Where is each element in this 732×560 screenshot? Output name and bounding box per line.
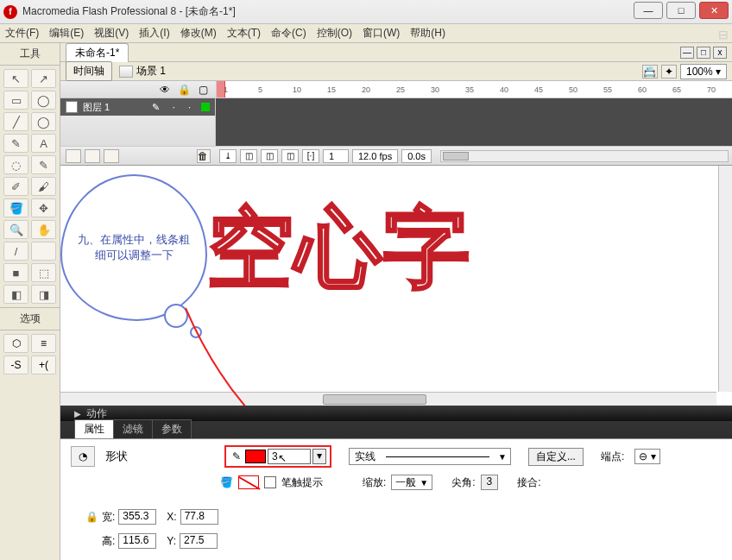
option-2[interactable]: -S — [3, 356, 28, 374]
menu-t[interactable]: 文本(T) — [227, 26, 261, 41]
height-field[interactable]: 115.6 — [118, 533, 156, 549]
stroke-width-dropdown[interactable]: ▾ — [312, 449, 326, 464]
tool-6[interactable]: ✎ — [3, 134, 28, 153]
ruler-tick: 55 — [603, 85, 612, 94]
scale-dropdown[interactable]: 一般▼ — [391, 475, 432, 490]
outline-icon[interactable]: ▢ — [197, 84, 209, 96]
menu-w[interactable]: 窗口(W) — [363, 26, 400, 41]
menu-c[interactable]: 命令(C) — [271, 26, 306, 41]
close-button[interactable]: ✕ — [699, 2, 729, 19]
tool-0[interactable]: ↖ — [3, 69, 28, 88]
tab-properties[interactable]: 属性 — [74, 419, 114, 438]
scene-label[interactable]: 场景 1 — [136, 64, 166, 79]
tool-3[interactable]: ◯ — [31, 91, 56, 110]
option-0[interactable]: ⬡ — [3, 334, 28, 353]
layer-outline-color[interactable] — [201, 103, 210, 111]
outline-text[interactable]: 空心字 — [207, 192, 471, 308]
minimize-button[interactable]: — — [634, 2, 663, 19]
frames-area[interactable] — [216, 98, 732, 146]
menu-h[interactable]: 帮助(H) — [410, 26, 445, 41]
tool-4[interactable]: ╱ — [3, 112, 28, 131]
stroke-color-swatch[interactable] — [245, 450, 266, 463]
edit-multiple-frames-button[interactable]: ◫ — [281, 149, 299, 163]
zoom-field[interactable]: 100% ▾ — [680, 64, 727, 79]
menu-v[interactable]: 视图(V) — [94, 26, 129, 41]
fill-color-swatch[interactable] — [238, 475, 259, 489]
panel-options-button[interactable]: ⊟ — [718, 28, 729, 41]
doc-minimize-button[interactable]: — — [680, 47, 694, 59]
tool-12[interactable]: 🪣 — [3, 198, 28, 217]
options-header: 选项 — [0, 307, 60, 330]
app-icon: f — [3, 5, 17, 19]
miter-label: 尖角: — [451, 475, 475, 490]
onion-skin-button[interactable]: ◫ — [240, 149, 257, 163]
tool-17[interactable] — [31, 242, 56, 261]
lock-dimensions-icon[interactable]: 🔒 — [85, 510, 98, 524]
timeline-scrollbar[interactable] — [440, 150, 729, 162]
maximize-button[interactable]: □ — [666, 2, 696, 19]
stroke-width-input[interactable] — [268, 449, 311, 464]
insert-layer-button[interactable] — [66, 149, 81, 163]
add-motion-guide-button[interactable] — [85, 149, 100, 163]
center-frame-button[interactable]: ⤓ — [219, 149, 237, 163]
y-field[interactable]: 27.5 — [180, 533, 218, 549]
tool-10[interactable]: ✐ — [3, 177, 28, 196]
tool-15[interactable]: ✋ — [31, 220, 56, 239]
tool-5[interactable]: ◯ — [31, 112, 56, 131]
lock-icon[interactable]: 🔒 — [178, 84, 190, 96]
menu-i[interactable]: 插入(I) — [139, 26, 169, 41]
tab-parameters[interactable]: 参数 — [152, 419, 192, 438]
scrollbar-thumb[interactable] — [323, 394, 426, 405]
edit-scene-icon[interactable]: 📇 — [642, 65, 658, 79]
timeline-toolbar: 时间轴 场景 1 📇 ✦ 100% ▾ — [60, 62, 732, 81]
stroke-hinting-checkbox[interactable] — [264, 476, 276, 488]
x-field[interactable]: 77.8 — [180, 509, 218, 525]
tool-9[interactable]: ✎ — [31, 155, 56, 174]
insert-layer-folder-button[interactable] — [104, 149, 119, 163]
tool-8[interactable]: ◌ — [3, 155, 28, 174]
cap-dropdown[interactable]: ⊖ ▾ — [634, 449, 659, 464]
delete-layer-button[interactable]: 🗑 — [197, 149, 211, 163]
tool-14[interactable]: 🔍 — [3, 220, 28, 239]
tool-2[interactable]: ▭ — [3, 91, 28, 110]
layer-row[interactable]: 图层 1 ✎ · · — [60, 98, 215, 116]
menu-e[interactable]: 编辑(E) — [49, 26, 84, 41]
doc-close-button[interactable]: x — [713, 47, 727, 59]
onion-skin-outlines-button[interactable]: ◫ — [261, 149, 278, 163]
tool-grid: ↖↗▭◯╱◯✎A◌✎✐🖌🪣✥🔍✋/■⬚◧◨ — [0, 66, 60, 307]
ruler-tick: 5 — [258, 85, 262, 94]
tool-19[interactable]: ⬚ — [31, 263, 56, 282]
option-1[interactable]: ≡ — [31, 334, 56, 353]
tool-1[interactable]: ↗ — [31, 69, 56, 88]
tool-7[interactable]: A — [31, 134, 56, 153]
visibility-icon[interactable]: 👁 — [159, 84, 171, 96]
line-style-dropdown[interactable]: 实线 ▼ — [349, 448, 511, 465]
current-frame-field: 1 — [323, 149, 349, 163]
document-tab[interactable]: 未命名-1* — [66, 43, 129, 62]
menu-m[interactable]: 修改(M) — [180, 26, 217, 41]
ruler-tick: 35 — [465, 85, 474, 94]
vertical-scrollbar[interactable] — [718, 166, 732, 392]
tab-filters[interactable]: 滤镜 — [113, 419, 153, 438]
tool-20[interactable]: ◧ — [3, 285, 28, 304]
tool-13[interactable]: ✥ — [31, 198, 56, 217]
doc-restore-button[interactable]: □ — [697, 47, 710, 59]
custom-stroke-button[interactable]: 自定义... — [528, 448, 584, 466]
menu-f[interactable]: 文件(F) — [5, 26, 39, 41]
width-field[interactable]: 355.3 — [118, 509, 156, 525]
modify-onion-markers-button[interactable]: [·] — [302, 149, 319, 163]
tool-21[interactable]: ◨ — [31, 285, 56, 304]
horizontal-scrollbar[interactable] — [60, 392, 716, 406]
miter-value[interactable]: 3 — [481, 475, 499, 490]
tool-18[interactable]: ■ — [3, 263, 28, 282]
timeline-button[interactable]: 时间轴 — [66, 61, 112, 81]
actions-label: 动作 — [86, 406, 107, 421]
edit-symbol-icon[interactable]: ✦ — [661, 65, 677, 79]
layer-toggles[interactable]: ✎ · · — [115, 102, 196, 113]
frame-ruler[interactable]: 1510152025303540455055606570 — [216, 81, 732, 98]
callout-tail — [164, 304, 188, 328]
tool-16[interactable]: / — [3, 242, 28, 261]
tool-11[interactable]: 🖌 — [31, 177, 56, 196]
option-3[interactable]: +( — [31, 356, 56, 374]
menu-o[interactable]: 控制(O) — [317, 26, 352, 41]
